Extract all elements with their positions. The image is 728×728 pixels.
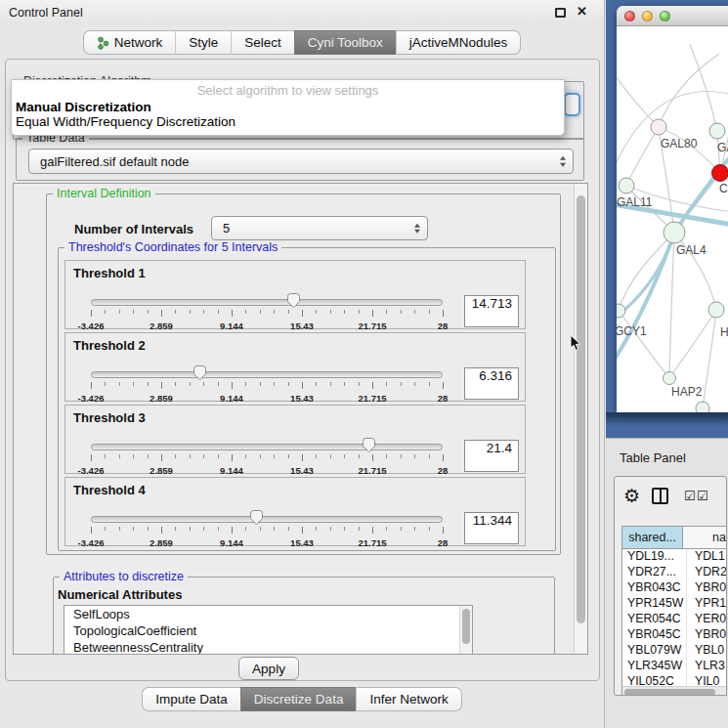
network-node[interactable] <box>712 165 728 182</box>
dropdown-item[interactable]: Manual Discretization <box>16 100 151 114</box>
cell-name[interactable]: YDL1 <box>687 549 726 565</box>
tick-label: 2.859 <box>137 321 186 331</box>
tick-mark <box>203 454 204 458</box>
tab-label: Discretize Data <box>254 692 344 707</box>
table-row[interactable]: YDR27...YDR2 <box>622 565 726 580</box>
table-panel-title: Table Panel <box>620 450 686 465</box>
attribute-list-item[interactable]: TopologicalCoefficient <box>64 622 472 639</box>
tick-mark <box>133 527 134 531</box>
network-window-titlebar[interactable] <box>617 6 728 26</box>
zoom-traffic-light-icon[interactable] <box>660 11 670 21</box>
dropdown-item[interactable]: Equal Width/Frequency Discretization <box>16 114 236 129</box>
settings-scrollbar-thumb[interactable] <box>577 195 585 623</box>
threshold-title: Threshold 2 <box>73 338 146 353</box>
numerical-attributes-list[interactable]: SelfLoopsTopologicalCoefficientBetweenne… <box>64 605 473 655</box>
tab-discretize-data[interactable]: Discretize Data <box>240 687 357 711</box>
table-hscrollbar-thumb[interactable] <box>624 689 715 696</box>
close-traffic-light-icon[interactable] <box>624 11 635 21</box>
tick-mark <box>359 382 360 386</box>
tab-jactivemnodules[interactable]: jActiveMNodules <box>396 30 522 55</box>
column-header-shared-name[interactable]: shared... <box>622 527 683 548</box>
network-node[interactable] <box>709 123 725 139</box>
tick-label: 15.43 <box>278 537 326 548</box>
table-row[interactable]: YER054CYER0 <box>622 612 726 627</box>
tab-network[interactable]: Network <box>83 30 176 55</box>
tick-mark <box>443 310 444 317</box>
cell-name[interactable]: YBR0 <box>687 627 726 643</box>
minimize-traffic-light-icon[interactable] <box>642 11 653 21</box>
combo-stepper-icon <box>560 156 566 167</box>
tick-label: -3.426 <box>66 393 115 404</box>
cell-shared-name[interactable]: YLR345W <box>622 659 687 674</box>
network-node[interactable] <box>651 119 666 135</box>
tab-impute-data[interactable]: Impute Data <box>142 687 240 711</box>
cell-shared-name[interactable]: YPR145W <box>622 596 687 612</box>
slider-handle[interactable] <box>193 364 207 381</box>
cell-shared-name[interactable]: YDR27... <box>622 565 687 580</box>
tick-mark <box>316 382 317 386</box>
column-header-name[interactable]: na <box>683 527 726 548</box>
table-hscrollbar[interactable] <box>622 686 726 696</box>
cell-name[interactable]: YPR1 <box>687 596 726 612</box>
threshold-title: Threshold 3 <box>73 410 146 425</box>
network-node[interactable] <box>696 402 709 412</box>
tab-cyni-toolbox[interactable]: Cyni Toolbox <box>294 30 396 55</box>
attribute-list-scrollbar[interactable] <box>459 606 472 654</box>
table-data-select[interactable]: galFiltered.sif default node <box>28 149 574 174</box>
tab-infer-network[interactable]: Infer Network <box>356 687 461 711</box>
number-of-intervals-select[interactable]: 5 <box>211 216 428 240</box>
tick-mark <box>133 310 134 314</box>
cell-name[interactable]: YBR0 <box>687 580 726 596</box>
cell-name[interactable]: YDR2 <box>687 565 726 580</box>
tab-label: Cyni Toolbox <box>308 35 383 50</box>
network-node-label: GAL4 <box>676 243 707 257</box>
network-node[interactable] <box>664 372 676 385</box>
cell-shared-name[interactable]: YER054C <box>622 612 687 627</box>
table-row[interactable]: YBR045CYBR0 <box>622 627 726 643</box>
cell-shared-name[interactable]: YBL079W <box>622 643 687 659</box>
network-node[interactable] <box>619 178 634 193</box>
algorithm-combo-focus-fragment[interactable] <box>564 93 580 116</box>
tab-style[interactable]: Style <box>175 30 231 55</box>
slider-handle[interactable] <box>286 292 301 309</box>
network-node[interactable] <box>664 222 685 243</box>
slider-track[interactable] <box>91 299 443 306</box>
cell-name[interactable]: YLR3 <box>687 659 726 674</box>
cell-shared-name[interactable]: YBR045C <box>622 627 687 643</box>
slider-track[interactable] <box>91 516 443 523</box>
cell-shared-name[interactable]: YBR043C <box>622 580 687 596</box>
table-row[interactable]: YPR145WYPR1 <box>622 596 726 612</box>
apply-button[interactable]: Apply <box>238 657 299 680</box>
network-canvas[interactable]: GAL80GACGAL11GAL4GCY1HHAP2 <box>617 26 728 412</box>
gear-icon[interactable]: ⚙ <box>623 485 640 507</box>
attribute-list-item[interactable]: SelfLoops <box>64 606 472 622</box>
cell-shared-name[interactable]: YDL19... <box>622 549 687 565</box>
network-node[interactable] <box>617 304 625 318</box>
threshold-value-input[interactable]: 21.4 <box>464 440 519 472</box>
threshold-value-input[interactable]: 14.713 <box>464 295 519 327</box>
slider-handle[interactable] <box>362 437 376 453</box>
tick-mark <box>260 310 261 314</box>
settings-scrollbar[interactable] <box>574 184 587 654</box>
tick-mark <box>288 527 289 531</box>
slider-track[interactable] <box>91 371 443 378</box>
checkbox-icon-2[interactable]: ☑ <box>697 489 708 503</box>
columns-icon[interactable] <box>652 488 668 504</box>
table-row[interactable]: YLR345WYLR3 <box>622 659 726 674</box>
cell-name[interactable]: YER0 <box>687 612 726 627</box>
checkbox-icon-1[interactable]: ☑ <box>684 489 696 503</box>
cell-name[interactable]: YBL0 <box>687 643 726 659</box>
table-row[interactable]: YBR043CYBR0 <box>622 580 726 596</box>
threshold-value-input[interactable]: 6.316 <box>464 367 519 400</box>
threshold-value-input[interactable]: 11.344 <box>464 512 519 544</box>
close-icon[interactable]: ✕ <box>577 4 587 19</box>
network-node[interactable] <box>708 302 724 318</box>
tick-mark <box>401 527 402 531</box>
attribute-list-item[interactable]: BetweennessCentrality <box>64 639 472 655</box>
slider-track[interactable] <box>91 444 443 450</box>
table-row[interactable]: YBL079WYBL0 <box>622 643 726 659</box>
float-window-icon[interactable] <box>555 8 566 18</box>
tab-select[interactable]: Select <box>231 30 294 55</box>
table-row[interactable]: YDL19...YDL1 <box>622 549 726 565</box>
slider-handle[interactable] <box>249 509 264 526</box>
